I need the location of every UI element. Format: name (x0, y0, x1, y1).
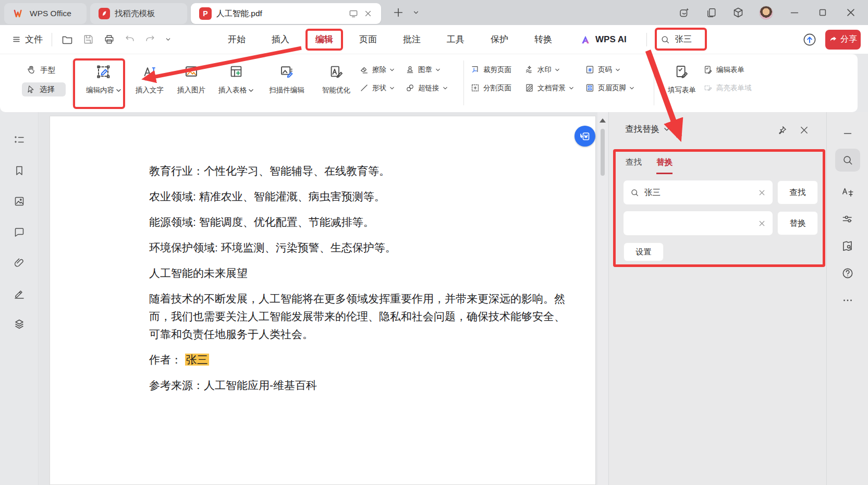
maximize-button[interactable] (816, 6, 829, 19)
stamp-button[interactable]: 图章 (405, 65, 457, 75)
undo-icon[interactable] (124, 34, 136, 45)
new-tab-icon[interactable] (393, 7, 404, 18)
vertical-scrollbar[interactable] (597, 112, 608, 485)
menu-tab-tools[interactable]: 工具 (446, 33, 465, 45)
scan-edit-button[interactable]: 扫描件编辑 (260, 59, 313, 95)
help-sidebar-button[interactable] (841, 266, 854, 280)
menu-tab-protect[interactable]: 保护 (490, 33, 509, 45)
window-tab-bar: WPS Office 找稻壳模板 P 人工智能.pdf (0, 0, 868, 25)
panel-title[interactable]: 查找替换 (625, 124, 670, 135)
header-footer-icon (585, 83, 595, 93)
tab-find[interactable]: 查找 (626, 157, 642, 174)
tab-wps-office[interactable]: WPS Office (4, 3, 87, 24)
settings-sidebar-button[interactable] (841, 212, 854, 226)
find-button[interactable]: 查找 (777, 180, 818, 204)
convert-to-word-fab[interactable] (574, 126, 595, 147)
tab-label: WPS Office (30, 9, 71, 18)
menu-tab-convert[interactable]: 转换 (534, 33, 553, 45)
find-sidebar-button[interactable] (835, 149, 860, 172)
edit-content-button[interactable]: 编辑内容 (79, 59, 129, 95)
file-menu[interactable]: 文件 (11, 33, 43, 45)
scrollbar-thumb[interactable] (601, 129, 605, 176)
document-viewport[interactable]: 教育行业：个性化学习、智能辅导、在线教育等。 农业领域: 精准农业、智能灌溉、病… (39, 112, 597, 485)
layers-icon[interactable] (13, 318, 26, 331)
translate-sidebar-button[interactable] (841, 185, 854, 199)
close-window-button[interactable] (844, 6, 858, 19)
comment-panel-icon[interactable] (13, 225, 26, 239)
close-tab-icon[interactable] (363, 9, 373, 18)
minimize-button[interactable] (788, 6, 801, 19)
find-input[interactable] (644, 188, 753, 197)
open-folder-icon[interactable] (61, 33, 74, 46)
more-dots-icon (841, 294, 854, 307)
collapse-panel-button[interactable] (842, 128, 853, 139)
hand-tool-button[interactable]: 手型 (22, 63, 66, 77)
more-chevron-icon[interactable] (165, 36, 172, 43)
edit-content-label: 编辑内容 (86, 86, 114, 95)
replace-button[interactable]: 替换 (777, 211, 818, 235)
source-line: 参考来源：人工智能应用-维基百科 (149, 377, 569, 394)
insert-table-label: 插入表格 (218, 86, 247, 95)
replace-input[interactable] (630, 219, 753, 228)
crop-page-button[interactable]: 裁剪页面 (470, 65, 524, 75)
tab-replace[interactable]: 替换 (656, 157, 673, 174)
windows-stack-icon[interactable] (705, 7, 717, 19)
find-replace-panel: 查找替换 查找 替换 查找 替换 设置 (608, 112, 826, 485)
scan-edit-label: 扫描件编辑 (269, 86, 304, 95)
search-command-box[interactable]: 张三 (660, 25, 692, 54)
menu-tab-home[interactable]: 开始 (227, 33, 246, 45)
split-page-icon (470, 83, 480, 93)
attachment-icon[interactable] (13, 256, 26, 270)
split-page-button[interactable]: 分割页面 (470, 83, 524, 93)
highlight-form-button[interactable]: 高亮表单域 (703, 83, 771, 93)
watermark-button[interactable]: 水印 (524, 65, 585, 75)
menu-tab-page[interactable]: 页面 (359, 33, 377, 45)
hyperlink-button[interactable]: 超链接 (405, 83, 457, 93)
chevron-down-icon (389, 68, 395, 72)
print-icon[interactable] (103, 33, 115, 45)
header-footer-button[interactable]: 页眉页脚 (585, 83, 647, 93)
insert-text-button[interactable]: 插入文字 (129, 59, 170, 95)
fill-form-button[interactable]: 填写表单 (661, 59, 703, 95)
shape-button[interactable]: 形状 (359, 83, 405, 93)
signature-icon[interactable] (13, 287, 26, 300)
clear-find-icon[interactable] (757, 188, 766, 197)
menu-tab-edit[interactable]: 编辑 (315, 33, 334, 45)
wps-logo (13, 7, 25, 20)
insert-table-button[interactable]: 插入表格 (212, 59, 260, 95)
smart-optimize-button[interactable]: 智能优化 (313, 59, 359, 95)
edit-form-button[interactable]: 编辑表单 (703, 65, 771, 75)
tab-list-chevron-icon[interactable] (412, 9, 420, 16)
clear-replace-icon[interactable] (757, 219, 766, 228)
search-icon (841, 154, 854, 166)
insert-image-button[interactable]: 插入图片 (170, 59, 212, 95)
cube-icon[interactable] (732, 6, 744, 19)
page-number-button[interactable]: 页码 (585, 65, 647, 75)
erase-button[interactable]: 擦除 (359, 65, 405, 75)
tab-active-pdf[interactable]: P 人工智能.pdf (191, 3, 381, 24)
outline-sparkle-icon[interactable] (13, 133, 26, 147)
bookmark-icon[interactable] (13, 164, 26, 177)
pin-panel-button[interactable] (776, 125, 788, 136)
select-tool-button[interactable]: 选择 (22, 82, 66, 96)
hand-icon (26, 65, 36, 75)
ai-assistant-icon[interactable] (678, 6, 691, 19)
redo-icon[interactable] (144, 34, 156, 45)
settings-button[interactable]: 设置 (624, 242, 664, 261)
scroll-up-arrow[interactable] (600, 118, 606, 123)
pdf-page[interactable]: 教育行业：个性化学习、智能辅导、在线教育等。 农业领域: 精准农业、智能灌溉、病… (50, 116, 596, 485)
more-sidebar-button[interactable] (841, 294, 854, 307)
save-icon[interactable] (82, 33, 94, 45)
monitor-icon[interactable] (348, 8, 359, 19)
close-panel-button[interactable] (799, 125, 810, 136)
avatar[interactable] (759, 6, 773, 20)
wps-ai-menu[interactable]: WPS AI (580, 25, 627, 54)
menu-tab-insert[interactable]: 插入 (271, 33, 290, 45)
reader-search-sidebar-button[interactable] (841, 239, 854, 253)
doc-background-button[interactable]: 文档背景 (524, 83, 585, 93)
upload-cloud-icon[interactable] (802, 32, 817, 47)
menu-tab-comment[interactable]: 批注 (402, 33, 421, 45)
tab-docer-template[interactable]: 找稻壳模板 (90, 3, 187, 24)
image-panel-icon[interactable] (13, 195, 26, 208)
share-button[interactable]: 分享 (825, 30, 861, 50)
